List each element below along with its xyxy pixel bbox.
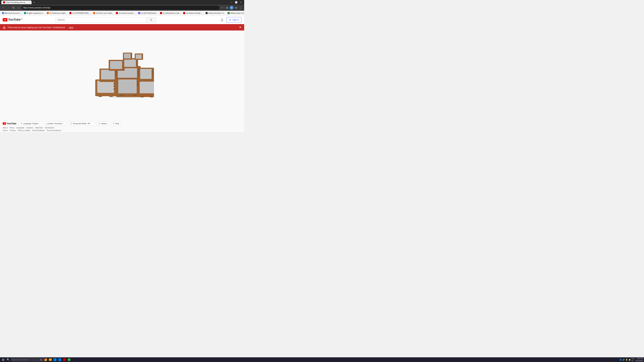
svg-rect-10 (110, 96, 113, 97)
footer-link-policy-safety[interactable]: Policy & Safety (18, 129, 30, 131)
new-tab-btn[interactable]: + (33, 1, 35, 4)
bookmark-microsoft[interactable]: Microsoft account l... (1, 12, 23, 14)
svg-rect-16 (133, 94, 137, 96)
svg-point-54 (21, 123, 22, 123)
restricted-mode-btn[interactable]: Restricted Mode: Off (68, 121, 94, 126)
help-btn[interactable]: ? Help (111, 121, 121, 126)
clock-icon (98, 122, 100, 124)
youtube-search-btn[interactable] (146, 17, 156, 22)
back-btn[interactable]: ← (1, 6, 5, 10)
youtube-header-right: Sign in (219, 17, 242, 22)
bookmark-favicon (70, 12, 72, 14)
youtube-footer-logo[interactable]: YouTube (3, 122, 16, 125)
error-troubleshoot-link[interactable]: here (69, 26, 73, 29)
svg-point-35 (152, 70, 153, 71)
location-btn[interactable]: Location: Romania (45, 121, 66, 126)
svg-rect-22 (140, 96, 144, 97)
bookmark-favicon (47, 12, 49, 14)
svg-rect-46 (124, 53, 131, 58)
footer-link-press[interactable]: Press (10, 127, 14, 129)
bookmark-favicon (228, 12, 230, 14)
language-btn[interactable]: Language: English (18, 121, 43, 126)
svg-rect-25 (101, 70, 115, 79)
user-account-icon[interactable]: A (230, 6, 234, 9)
bookmark-english-japanese[interactable]: English-Japanese o... (23, 12, 46, 14)
svg-rect-38 (110, 61, 122, 69)
bookmark-label: (2) Robloxian Highs... (50, 12, 67, 14)
youtube-logo[interactable]: YouTubeRO (3, 18, 23, 21)
chevron-down-icon (63, 123, 64, 124)
footer-link-about[interactable]: About (3, 127, 8, 129)
chevron-down-icon (39, 123, 41, 124)
location-label: Location: Romania (46, 122, 62, 124)
bookmark-alpha-booth[interactable]: (1) [ALPHA] Booth... (137, 12, 159, 14)
bookmark-supreme[interactable]: (2) SUPREME-RED-... (68, 12, 92, 14)
address-right-icons: ☆ ⊞ A ⊕ ⋮ (220, 6, 243, 10)
footer-link-send-feedback[interactable]: Send feedback (32, 129, 44, 131)
bookmark-label: (2) Red Louis Vuitto... (96, 12, 114, 14)
help-icon: ? (112, 122, 114, 124)
youtube-footer-logo-icon (3, 122, 6, 125)
bookmark-internet-archive[interactable]: Internet Archive: Vi... (204, 12, 226, 14)
browser-menu-icon[interactable]: ⋮ (239, 6, 243, 10)
address-input[interactable] (22, 6, 219, 10)
person-icon (20, 122, 22, 124)
youtube-main-content (0, 30, 244, 120)
svg-rect-9 (98, 96, 102, 97)
bookmark-favicon (138, 12, 140, 14)
bookmark-military[interactable]: Military Base Cimu... (226, 12, 244, 14)
close-btn[interactable]: ✕ (239, 0, 243, 4)
bookmark-star-icon[interactable]: ☆ (220, 6, 224, 10)
bookmarks-bar: Microsoft account l... English-Japanese … (0, 11, 244, 15)
extensions-icon[interactable]: ⊕ (234, 6, 238, 10)
footer-link-test-features[interactable]: Test new features (46, 129, 61, 131)
footer-link-developers[interactable]: Developers (45, 127, 54, 129)
footer-link-advertise[interactable]: Advertise (35, 127, 43, 129)
active-tab[interactable]: Oops! Something went wrong... ✕ (1, 0, 32, 4)
bookmark-favicon (183, 12, 185, 14)
youtube-footer-top: YouTube Language: English Location: Roma… (3, 121, 242, 126)
bookmark-louis[interactable]: (2) Red Louis Vuitto... (92, 12, 114, 14)
youtube-sign-in-btn[interactable]: Sign in (226, 17, 242, 22)
tab-close-btn[interactable]: ✕ (28, 1, 30, 3)
address-bar-row: ← → ↻ ⌂ ☆ ⊞ A ⊕ ⋮ (0, 5, 244, 11)
bookmark-ariana2[interactable]: (1) Ariana Grande -... (182, 12, 204, 14)
bookmark-label: Internet Archive: Vi... (208, 12, 225, 14)
bookmark-ariana1[interactable]: (1) Ariana Grande -... (115, 12, 137, 14)
youtube-header: YouTubeRO Sign in (0, 15, 244, 24)
youtube-upload-btn[interactable] (219, 17, 225, 22)
footer-link-privacy[interactable]: Privacy (10, 129, 16, 131)
windows-icon[interactable]: ⊞ (225, 6, 229, 10)
svg-rect-12 (118, 79, 137, 93)
svg-point-44 (136, 63, 137, 64)
bookmark-side2side[interactable]: (1) side2side by aria... (159, 12, 182, 14)
svg-rect-15 (120, 94, 124, 96)
youtube-search-input[interactable] (56, 17, 146, 22)
bookmark-favicon (93, 12, 95, 14)
svg-marker-0 (5, 19, 6, 20)
tab-label: Oops! Something went wrong... (6, 1, 28, 3)
bookmark-label: (2) SUPREME-RED-... (72, 12, 91, 14)
browser-title-bar: Oops! Something went wrong... ✕ + ─ ⬜ ✕ (0, 0, 244, 5)
footer-link-copyright[interactable]: Copyright (16, 127, 24, 129)
footer-link-terms[interactable]: Terms (3, 129, 8, 131)
reload-btn[interactable]: ↻ (12, 6, 16, 10)
footer-link-creators[interactable]: Creators (26, 127, 33, 129)
home-btn[interactable]: ⌂ (16, 6, 20, 10)
youtube-search-container (56, 17, 156, 22)
svg-point-1 (230, 19, 230, 20)
error-close-btn[interactable]: ✕ (239, 26, 242, 29)
bookmark-label: (1) [ALPHA] Booth... (141, 12, 158, 14)
bookmark-favicon (206, 12, 208, 14)
youtube-logo-icon (3, 18, 8, 21)
restore-btn[interactable]: ⬜ (234, 0, 238, 4)
bookmark-label: Military Base Cimu... (230, 12, 244, 14)
svg-rect-34 (140, 69, 152, 79)
tv-stack-svg (90, 50, 154, 99)
bookmark-roblox[interactable]: (2) Robloxian Highs... (46, 12, 68, 14)
svg-point-51 (142, 55, 142, 56)
bookmark-label: (1) Ariana Grande -... (186, 12, 203, 14)
minimize-btn[interactable]: ─ (230, 0, 234, 4)
forward-btn[interactable]: → (6, 6, 10, 10)
history-btn[interactable]: History (96, 121, 108, 126)
